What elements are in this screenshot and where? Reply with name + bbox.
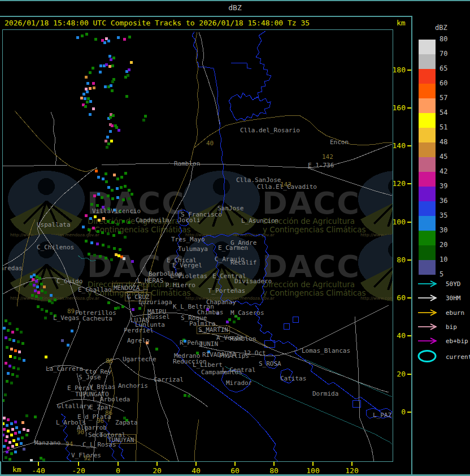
radar-echo-cell (3, 327, 6, 330)
y-axis-tick (407, 412, 411, 413)
map-line-blue (231, 63, 251, 69)
map-city-label: Manzano (34, 439, 60, 447)
radar-echo-cell (25, 414, 28, 417)
radar-echo-cell (20, 331, 23, 334)
radar-echo-cell (23, 359, 25, 362)
radar-echo-cell (23, 448, 25, 451)
map-city-label: Anchoris (118, 382, 148, 390)
map-city-label: E_Carmen (218, 244, 248, 252)
radar-echo-cell (111, 221, 114, 224)
track-arrow-icon (417, 294, 439, 308)
current-cell-icon (417, 349, 439, 363)
radar-echo-cell (184, 394, 186, 397)
map-city-label: Clla.del_Rosario (240, 127, 300, 134)
radar-echo-cell (116, 178, 119, 180)
radar-echo-cell (3, 434, 5, 436)
radar-echo-cell (98, 219, 101, 222)
y-axis-tick-label: 40 (392, 331, 406, 340)
radar-echo-cell (89, 87, 92, 90)
legend-label: eburn (446, 309, 464, 317)
radar-echo-cell (10, 452, 13, 455)
radar-echo-cell (85, 88, 88, 90)
map-city-label: Catitas (280, 375, 306, 382)
map-city-label: Lomas_Blancas (302, 347, 350, 354)
dbz-side-panel: dBZ 807065605754514845423936353020105 50… (412, 16, 470, 474)
map-route-label: 86 (105, 409, 112, 417)
x-axis-tick-label: -40 (26, 466, 51, 475)
radar-echo-cell (5, 439, 7, 442)
radar-echo-cell (90, 203, 93, 206)
legend-label: 30HM (446, 295, 461, 302)
dbz-scale-label: 57 (439, 94, 456, 102)
x-axis-tick (273, 462, 275, 466)
map-line-gray (167, 422, 179, 461)
radar-echo-cell (40, 457, 42, 460)
radar-echo-cell (109, 116, 112, 119)
radar-echo-cell (155, 348, 158, 350)
map-line-brown (194, 419, 199, 461)
radar-echo-cell (86, 82, 89, 85)
track-arrow-icon (417, 280, 439, 293)
x-axis-tick (195, 462, 197, 466)
legend-label: 50YD (446, 280, 461, 288)
radar-echo-cell (89, 100, 92, 103)
radar-map-canvas[interactable]: DACCDirección de Agriculturay Contingenc… (2, 29, 393, 462)
radar-echo-cell (107, 301, 110, 304)
map-city-label: aredas (3, 265, 23, 272)
radar-echo-cell (96, 243, 99, 245)
dbz-swatch (419, 231, 436, 245)
radar-echo-cell (99, 64, 102, 67)
dbz-swatch (419, 54, 436, 69)
map-city-label: C_Chilenos (37, 244, 74, 251)
map-city-label: E_Vergel (172, 262, 202, 269)
radar-echo-cell (50, 294, 53, 297)
x-axis-tick (38, 462, 39, 466)
track-arrow-icon (417, 309, 439, 322)
map-city-label: L_Libert (193, 361, 223, 369)
dbz-swatch (419, 40, 436, 54)
radar-echo-cell (20, 442, 23, 445)
legend-label: eb+bip (446, 337, 468, 345)
track-arrow-icon (417, 323, 439, 336)
radar-echo-cell (37, 291, 40, 294)
radar-echo-cell (117, 306, 120, 309)
radar-echo-cell (3, 417, 6, 419)
radar-echo-cell (89, 71, 92, 74)
radar-echo-cell (76, 36, 79, 39)
radar-echo-cell (119, 248, 121, 251)
map-line-gray (199, 32, 220, 124)
radar-echo-cell (40, 297, 42, 300)
radar-echo-cell (105, 140, 107, 142)
radar-echo-cell (107, 194, 110, 197)
radar-echo-cell (82, 93, 85, 96)
x-axis-tick-label: 60 (223, 466, 247, 475)
dbz-swatch (419, 142, 436, 157)
radar-echo-cell (7, 447, 10, 449)
radar-echo-cell (123, 257, 125, 260)
radar-echo-cell (8, 338, 11, 341)
svg-text:y Contingencias Climáticas: y Contingencias Climáticas (263, 225, 365, 234)
radar-echo-cell (34, 289, 37, 292)
radar-echo-cell (87, 97, 90, 100)
radar-echo-cell (61, 339, 64, 342)
radar-echo-cell (15, 426, 18, 429)
radar-echo-cell (54, 298, 56, 301)
dbz-swatch (419, 216, 436, 231)
radar-echo-cell (12, 339, 15, 342)
radar-echo-cell (44, 317, 47, 319)
radar-echo-cell (188, 395, 190, 397)
radar-echo-cell (108, 65, 111, 68)
radar-echo-cell (33, 274, 36, 276)
radar-echo-cell (107, 232, 110, 235)
radar-echo-cell (121, 305, 124, 308)
radar-echo-cell (36, 275, 38, 278)
radar-echo-cell (94, 215, 97, 218)
radar-echo-cell (105, 180, 108, 183)
radar-echo-cell (5, 456, 7, 459)
radar-echo-cell (111, 89, 114, 92)
radar-echo-cell (6, 346, 8, 349)
radar-echo-cell (112, 234, 115, 237)
legend-label: bip (446, 323, 457, 331)
radar-echo-cell (85, 214, 88, 217)
radar-echo-cell (138, 307, 141, 310)
